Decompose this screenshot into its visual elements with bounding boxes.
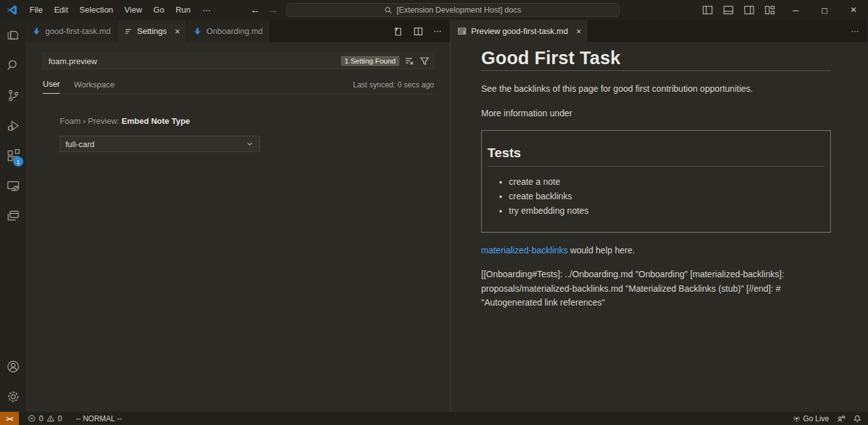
command-center-label: [Extension Development Host] docs <box>396 6 521 14</box>
vscode-logo <box>0 4 24 16</box>
warning-count: 0 <box>58 414 62 423</box>
bell-icon <box>853 414 862 423</box>
tab-label: Onboarding.md <box>206 26 263 36</box>
settings-scope-tabs: User Workspace Last synced: 0 secs ago <box>43 78 434 94</box>
preview-paragraph: More information under <box>481 106 831 120</box>
tab-label: Preview good-first-task.md <box>471 26 568 36</box>
remote-indicator[interactable]: >< <box>0 412 19 425</box>
settings-editor: 1 Setting Found User Workspace Last sync… <box>26 42 450 152</box>
clear-settings-search-icon[interactable] <box>404 56 415 66</box>
maximize-button[interactable]: ◻ <box>810 0 839 20</box>
markdown-file-icon <box>32 27 41 36</box>
vim-mode-text: -- NORMAL -- <box>75 414 122 423</box>
menu-more-button[interactable]: ⋯ <box>196 6 217 15</box>
tab-label: good-first-task.md <box>45 26 111 36</box>
close-button[interactable]: × <box>839 0 868 20</box>
tab-onboarding[interactable]: Onboarding.md <box>187 20 270 42</box>
setting-item-embed-note-type: Foam › Preview: Embed Note Type full-car… <box>60 116 434 152</box>
setting-category: Foam › Preview: <box>60 116 121 126</box>
broadcast-icon <box>793 414 801 422</box>
editor-actions-more-icon[interactable]: ⋯ <box>851 27 859 36</box>
preview-link-paragraph: materialized-backlinks would help here. <box>481 243 831 257</box>
error-count: 0 <box>39 414 43 423</box>
source-control-icon[interactable] <box>0 80 26 111</box>
editor-group-right: Preview good-first-task.md × ⋯ Good Firs… <box>451 20 867 412</box>
accounts-icon[interactable] <box>0 351 26 382</box>
list-item: try embedding notes <box>509 204 825 218</box>
vscode-logo-icon <box>6 4 18 16</box>
embed-list: create a note create backlinks try embed… <box>487 175 825 218</box>
markdown-preview-icon <box>457 26 467 36</box>
tab-good-first-task[interactable]: good-first-task.md <box>26 20 118 42</box>
settings-search-input[interactable] <box>48 57 341 66</box>
materialized-backlinks-link[interactable]: materialized-backlinks <box>481 245 568 255</box>
back-arrow-icon[interactable]: ← <box>250 4 260 16</box>
menu-view[interactable]: View <box>119 0 148 20</box>
customize-layout-icon[interactable] <box>765 5 775 15</box>
feedback-button[interactable] <box>833 412 849 425</box>
list-item: create backlinks <box>509 189 825 203</box>
command-center-search[interactable]: [Extension Development Host] docs <box>286 3 620 17</box>
menu-selection[interactable]: Selection <box>74 0 118 20</box>
minimize-button[interactable]: ─ <box>781 0 810 20</box>
tab-close-icon[interactable]: × <box>576 26 581 36</box>
tabbar-right: Preview good-first-task.md × ⋯ <box>451 20 867 42</box>
toggle-primary-sidebar-icon[interactable] <box>703 5 713 15</box>
list-item: create a note <box>509 175 825 189</box>
settings-editor-icon <box>124 27 133 36</box>
embed-heading: Tests <box>487 146 825 167</box>
search-icon <box>384 6 392 14</box>
feedback-icon <box>837 414 845 423</box>
tab-label: Settings <box>137 26 167 36</box>
go-live-button[interactable]: Go Live <box>789 412 833 425</box>
toggle-panel-icon[interactable] <box>723 5 733 15</box>
tab-close-icon[interactable]: × <box>175 26 180 36</box>
settings-result-count-badge: 1 Setting Found <box>341 56 399 66</box>
menu-go[interactable]: Go <box>148 0 170 20</box>
activity-bar: 1 <box>0 20 26 412</box>
link-references-paragraph: [[Onboarding#Tests]: ../Onboarding.md "O… <box>481 267 831 310</box>
tab-settings[interactable]: Settings × <box>118 20 187 42</box>
toggle-secondary-sidebar-icon[interactable] <box>744 5 754 15</box>
windows-stack-icon[interactable] <box>0 201 26 231</box>
filter-icon[interactable] <box>420 56 430 66</box>
settings-sync-status: Last synced: 0 secs ago <box>353 80 434 94</box>
setting-name: Embed Note Type <box>121 116 190 126</box>
tab-preview-good-first-task[interactable]: Preview good-first-task.md × <box>451 20 588 42</box>
scope-tab-user[interactable]: User <box>43 79 60 94</box>
forward-arrow-icon[interactable]: → <box>268 4 278 16</box>
setting-label: Foam › Preview: Embed Note Type <box>60 116 434 126</box>
split-editor-icon[interactable] <box>413 26 423 36</box>
preview-title: Good First Task <box>481 51 831 71</box>
settings-gear-icon[interactable] <box>0 382 26 412</box>
menu-edit[interactable]: Edit <box>48 0 74 20</box>
problems-status[interactable]: 0 0 <box>24 412 65 425</box>
tabbar-left: good-first-task.md Settings × Onboarding… <box>26 20 450 42</box>
notifications-bell[interactable] <box>849 412 868 425</box>
dropdown-value: full-card <box>65 140 94 149</box>
warning-icon <box>47 414 55 422</box>
go-live-label: Go Live <box>803 414 829 423</box>
title-bar: File Edit Selection View Go Run ⋯ ← → [E… <box>0 0 868 20</box>
editor-group-left: good-first-task.md Settings × Onboarding… <box>26 20 451 412</box>
open-settings-json-icon[interactable] <box>393 26 403 36</box>
remote-explorer-icon[interactable] <box>0 171 26 201</box>
menu-file[interactable]: File <box>24 0 48 20</box>
embed-note-type-dropdown[interactable]: full-card <box>60 136 260 152</box>
explorer-icon[interactable] <box>0 20 26 50</box>
settings-search-box: 1 Setting Found <box>43 53 434 69</box>
menu-run[interactable]: Run <box>170 0 196 20</box>
run-debug-icon[interactable] <box>0 111 26 141</box>
error-icon <box>28 414 36 422</box>
search-view-icon[interactable] <box>0 50 26 80</box>
chevron-down-icon <box>245 140 254 148</box>
link-suffix-text: would help here. <box>568 245 635 255</box>
markdown-preview: Good First Task See the backlinks of thi… <box>451 42 867 310</box>
editor-actions-more-icon[interactable]: ⋯ <box>433 26 442 36</box>
vim-mode-status[interactable]: -- NORMAL -- <box>72 412 126 425</box>
scope-tab-workspace[interactable]: Workspace <box>74 80 114 94</box>
extensions-icon[interactable]: 1 <box>0 141 26 171</box>
preview-paragraph: See the backlinks of this page for good … <box>481 82 831 96</box>
status-bar: >< 0 0 -- NORMAL -- Go Live <box>0 412 868 425</box>
markdown-file-icon <box>193 27 202 36</box>
